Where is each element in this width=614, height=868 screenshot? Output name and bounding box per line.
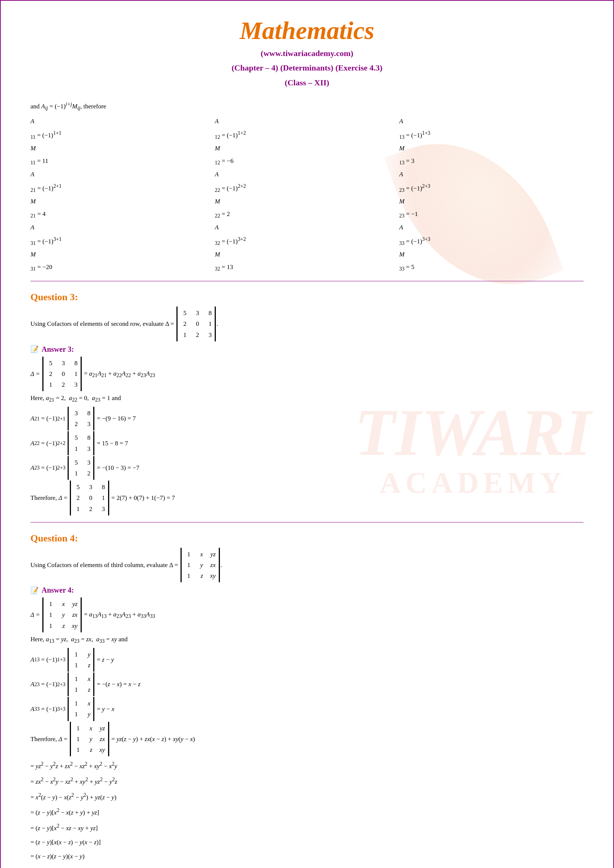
question4-heading: Question 4: [31,533,583,544]
matrix-cells: 5 3 8 2 0 1 1 2 3 [177,307,215,341]
subtitle: (www.tiwariacademy.com) (Chapter – 4) (D… [31,46,583,90]
eq-a21: A21 = (−1)2+1M21 = 4 [31,168,215,221]
subtitle-line2: (Chapter – 4) (Determinants) (Exercise 4… [31,60,583,75]
answer4-delta-eq: Δ = 1 x yz 1 y zx 1 z xy = a13A13 + a23A… [31,597,583,632]
a3-therefore-line: Therefore, Δ = 5 3 8 2 0 1 1 2 3 = 2(7) … [31,480,583,515]
answer4-icon: 📝 [31,586,39,595]
question3-text: Using Cofactors of elements of second ro… [31,307,583,341]
q4-matrix: 1 x yz 1 y zx 1 z xy [180,548,220,583]
a3-A22-line: A22 = (−1)2+2 5 8 1 3 = 15 − 8 = 7 [31,431,583,455]
eq-a31: A31 = (−1)3+1M31 = −20 [31,221,215,274]
a3-A21-line: A21 = (−1)2+1 3 8 2 3 = −(9 − 16) = 7 [31,407,583,431]
step7: = (x − z)(z − y)(x − y) [31,850,583,863]
step5: = (z − y)[x2 − xz − xy + yz] [31,820,583,835]
eq-a13: A13 = (−1)1+3M13 = 3 [399,115,583,168]
eq-a33: A33 = (−1)3+3M33 = 5 [399,221,583,274]
a4-therefore-line: Therefore, Δ = 1 x yz 1 y zx 1 z xy = yz… [31,722,583,757]
algebra-steps: = yz2 − y2z + zx2 − xz2 + xy2 − x2y = zx… [31,758,583,868]
eq-a11: A11 = (−1)1+1M11 = 11 [31,115,215,168]
matrix-bar-right [215,307,216,341]
a4-A23-line: A23 = (−1)2+3 1 x 1 z = −(z − x) = x − z [31,673,583,696]
a3-here-line: Here, a21 = 2, a22 = 0, a23 = 1 and [31,392,583,405]
step8: = (x − y)(y − z)(z − x) [31,864,583,868]
question3-heading: Question 3: [31,292,583,303]
content: Mathematics (www.tiwariacademy.com) (Cha… [31,16,583,868]
answer3-delta-eq: Δ = 5 3 8 2 0 1 1 2 3 = a21A21 + a22A22 … [31,356,583,392]
eq-a32: A32 = (−1)3+2M32 = 13 [215,221,399,274]
step4: = (z − y)[x2 − x(z + y) + yz] [31,805,583,819]
step2: = zx2 − x2y − xz2 + xy2 + yz2 − y2z [31,774,583,788]
a4-A33-line: A33 = (−1)3+3 1 x 1 y = y − x [31,697,583,721]
eq-a23: A23 = (−1)2+3M23 = −1 [399,168,583,221]
intro-text: and Aij = (−1)i+jMij, therefore [31,99,583,113]
equations-grid: A11 = (−1)1+1M11 = 11 A12 = (−1)1+2M12 =… [31,115,583,274]
answer4-heading: 📝 Answer 4: [31,586,583,595]
a3-matrix: 5 3 8 2 0 1 1 2 3 [42,356,82,392]
page-title: Mathematics [31,16,583,46]
step3: = x2(z − y) − x(z2 − y2) + yz(z − y) [31,790,583,804]
q3-matrix: 5 3 8 2 0 1 1 2 3 [176,307,216,341]
answer3-heading: 📝 Answer 3: [31,345,583,353]
eq-a12: A12 = (−1)1+2M12 = −6 [215,115,399,168]
divider-1 [31,281,583,281]
divider-2 [31,522,583,522]
subtitle-line1: (www.tiwariacademy.com) [31,46,583,61]
subtitle-line3: (Class – XII) [31,75,583,90]
answer-icon: 📝 [31,345,39,353]
eq-a22: A22 = (−1)2+2M22 = 2 [215,168,399,221]
a4-here-line: Here, a13 = yz, a23 = zx, a33 = xy and [31,633,583,646]
header: Mathematics (www.tiwariacademy.com) (Cha… [31,16,583,90]
a3-A23-line: A23 = (−1)2+3 5 3 1 2 = −(10 − 3) = −7 [31,456,583,480]
question4-text: Using Cofactors of elements of third col… [31,548,583,583]
a4-A13-line: A13 = (−1)1+3 1 y 1 z = z − y [31,648,583,672]
step1: = yz2 − y2z + zx2 − xz2 + xy2 − x2y [31,758,583,773]
page: TIWARI ACADEMY Mathematics (www.tiwariac… [0,0,614,868]
intro-section: and Aij = (−1)i+jMij, therefore A11 = (−… [31,99,583,274]
step6: = (z − y)[x(x − z) − y(x − z)] [31,836,583,849]
